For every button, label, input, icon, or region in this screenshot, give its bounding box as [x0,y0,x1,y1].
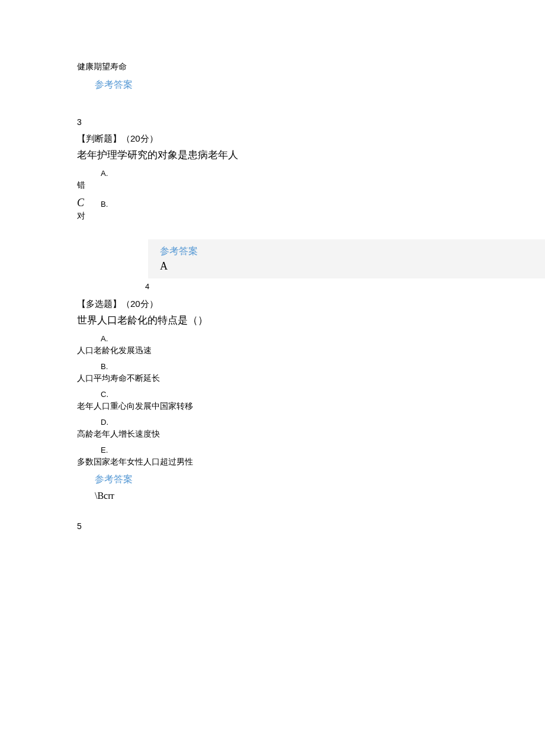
q4-option-d-text: 高龄老年人增长速度快 [77,429,468,440]
q4-answer-label: 参考答案 [95,473,468,486]
q3-answer-box: 参考答案 A [148,239,545,278]
q3-answer-value: A [160,260,545,273]
answer-label: 参考答案 [95,79,468,91]
q4-option-a-letter: A. [101,334,468,343]
q4-option-a-text: 人口老龄化发展迅速 [77,345,468,356]
q4-option-c-text: 老年人口重心向发展中国家转移 [77,401,468,412]
q4-text: 世界人口老龄化的特点是（） [77,313,468,327]
q3-option-b-text: 对 [77,211,468,222]
q3-type: 【判断题】（20分） [77,133,468,145]
q3-option-b-letter: B. [101,200,468,209]
q4-option-e-text: 多数国家老年女性人口超过男性 [77,457,468,467]
q4-option-b-letter: B. [101,362,468,371]
q4-option-e-letter: E. [101,446,468,454]
q3-answer-block: 参考答案 A 4 [77,239,468,291]
top-fragment-text: 健康期望寿命 [77,59,468,74]
q4-answer-value: \Bcrr [95,491,468,501]
q4-number: 4 [145,282,468,291]
q4-option-b-text: 人口平均寿命不断延长 [77,373,468,384]
q3-text: 老年护理学研究的对象是患病老年人 [77,148,468,162]
page: 健康期望寿命 参考答案 3 【判断题】（20分） 老年护理学研究的对象是患病老年… [0,0,545,558]
q3-number: 3 [77,115,468,130]
q3-option-a-letter: A. [101,169,468,178]
q3-option-a-text: 错 [77,180,468,191]
q4-option-d-letter: D. [101,418,468,427]
q5-number: 5 [77,519,468,534]
q4-type: 【多选题】（20分） [77,299,468,310]
q3-answer-label: 参考答案 [160,245,545,258]
q4-option-c-letter: C. [101,390,468,399]
